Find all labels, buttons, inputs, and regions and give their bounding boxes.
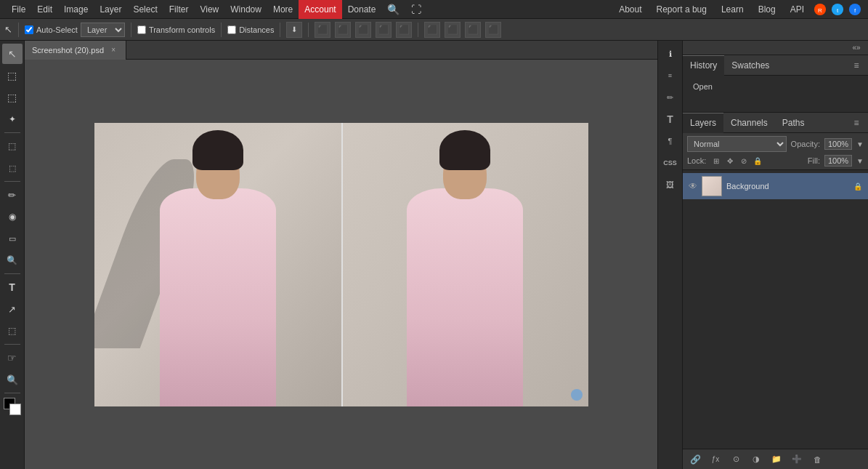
- crop-btn[interactable]: ⬚: [2, 136, 23, 156]
- magic-wand-btn[interactable]: ✦: [2, 109, 23, 129]
- menu-select[interactable]: Select: [127, 0, 163, 19]
- layers-menu-btn[interactable]: ≡: [848, 114, 865, 132]
- twitter-icon[interactable]: t: [830, 2, 845, 17]
- brush-panel-btn[interactable]: ✏: [660, 87, 681, 108]
- css-panel-btn[interactable]: CSS: [660, 153, 681, 173]
- link-layers-btn[interactable]: 🔗: [687, 452, 703, 468]
- menu-edit[interactable]: Edit: [31, 0, 58, 19]
- toolbar-separator-1: [18, 23, 19, 37]
- layers-tab[interactable]: Layers: [683, 113, 723, 133]
- rectangular-select-btn[interactable]: ⬚: [2, 65, 23, 86]
- fill-arrow[interactable]: ▼: [856, 157, 864, 165]
- eraser-btn[interactable]: ◉: [2, 207, 23, 227]
- type-panel-btn[interactable]: T: [660, 109, 681, 129]
- menu-fullscreen-icon[interactable]: ⛶: [405, 0, 427, 19]
- paths-tab[interactable]: Paths: [775, 113, 812, 133]
- history-menu-btn[interactable]: ≡: [848, 57, 865, 74]
- gradient-btn[interactable]: ▭: [2, 228, 23, 249]
- path-btn[interactable]: ↗: [2, 299, 23, 319]
- menu-blog[interactable]: Blog: [753, 0, 782, 19]
- collapse-panels-btn[interactable]: «»: [848, 39, 865, 57]
- history-item-open[interactable]: Open: [689, 80, 862, 93]
- layers-controls: Normal Dissolve Multiply Screen Overlay …: [683, 133, 868, 170]
- menu-account[interactable]: Account: [299, 0, 341, 19]
- lock-artboard-icon[interactable]: ⊘: [738, 155, 750, 167]
- align-left-btn[interactable]: ⬛: [315, 22, 330, 38]
- layer-visibility-btn[interactable]: 👁: [689, 181, 697, 191]
- shape-btn[interactable]: ⬚: [2, 321, 23, 341]
- transform-checkbox[interactable]: [137, 25, 146, 34]
- menu-view[interactable]: View: [194, 0, 224, 19]
- dodge-btn[interactable]: 🔍: [2, 250, 23, 270]
- layer-item-background[interactable]: 👁 Background 🔒: [683, 173, 868, 199]
- document-tab[interactable]: Screenshot (20).psd ×: [25, 41, 126, 60]
- auto-select-type[interactable]: Layer Group: [81, 23, 125, 37]
- blend-opacity-row: Normal Dissolve Multiply Screen Overlay …: [687, 136, 864, 152]
- menu-layer[interactable]: Layer: [94, 0, 127, 19]
- align-bottom-btn[interactable]: ⬛: [396, 22, 412, 38]
- distances-checkbox[interactable]: [227, 25, 236, 34]
- blend-mode-select[interactable]: Normal Dissolve Multiply Screen Overlay: [687, 136, 787, 152]
- align-center-btn[interactable]: ⬛: [335, 22, 351, 38]
- delete-layer-btn[interactable]: 🗑: [809, 452, 825, 468]
- menu-api[interactable]: API: [784, 0, 810, 19]
- menu-report-bug[interactable]: Report a bug: [651, 0, 713, 19]
- tool-sep-5: [4, 393, 20, 393]
- layer-effects-btn[interactable]: ƒx: [707, 452, 723, 468]
- opacity-value[interactable]: 100%: [824, 138, 852, 150]
- layer-mask-btn[interactable]: ⊙: [728, 452, 744, 468]
- opacity-arrow[interactable]: ▼: [856, 140, 864, 148]
- auto-select-checkbox[interactable]: [25, 25, 33, 34]
- canvas-content: [94, 123, 588, 406]
- lock-fill-row: Lock: ⊞ ✥ ⊘ 🔒 Fill: 100% ▼: [687, 155, 864, 167]
- main-layout: ↖ ⬚ ⬚ ✦ ⬚ ⬚ ✏ ◉ ▭ 🔍 T ↗ ⬚ ☞ 🔍 Screenshot…: [0, 41, 868, 469]
- align-right-btn[interactable]: ⬛: [355, 22, 371, 38]
- toolbar-separator-5: [308, 23, 309, 37]
- fill-value[interactable]: 100%: [824, 155, 852, 167]
- new-layer-btn[interactable]: ➕: [789, 452, 805, 468]
- menu-donate[interactable]: Donate: [342, 0, 382, 19]
- options-panel-btn[interactable]: ≡: [660, 65, 681, 86]
- hand-btn[interactable]: ☞: [2, 348, 23, 368]
- menu-image[interactable]: Image: [58, 0, 94, 19]
- menu-learn[interactable]: Learn: [715, 0, 750, 19]
- auto-select-option: Auto-Select Layer Group: [25, 23, 125, 37]
- history-panel: History Swatches ≡ Open: [683, 55, 868, 113]
- adjustment-layer-btn[interactable]: ◑: [748, 452, 764, 468]
- image-panel-btn[interactable]: 🖼: [660, 175, 681, 195]
- menu-filter[interactable]: Filter: [163, 0, 195, 19]
- type-btn[interactable]: T: [2, 277, 23, 297]
- info-panel-btn[interactable]: ℹ: [660, 44, 681, 64]
- lock-all-icon[interactable]: 🔒: [752, 155, 763, 167]
- brush-btn[interactable]: ✏: [2, 185, 23, 205]
- distribute-h-btn[interactable]: ⬛: [424, 22, 440, 38]
- menu-file[interactable]: File: [6, 0, 31, 19]
- menu-about[interactable]: About: [613, 0, 647, 19]
- menu-search-icon[interactable]: 🔍: [381, 0, 405, 19]
- zoom-btn[interactable]: 🔍: [2, 369, 23, 390]
- distances-label: Distances: [239, 25, 274, 34]
- canvas-viewport[interactable]: [25, 60, 657, 469]
- toolbar-separator-6: [418, 23, 418, 37]
- menu-window[interactable]: Window: [224, 0, 267, 19]
- color-swatches[interactable]: [2, 396, 23, 417]
- align-top-btn[interactable]: ⬛: [376, 22, 392, 38]
- reddit-icon[interactable]: R: [813, 2, 827, 17]
- distribute-extra-btn[interactable]: ⬛: [485, 22, 501, 38]
- menu-more[interactable]: More: [267, 0, 299, 19]
- distribute-v-btn[interactable]: ⬛: [445, 22, 461, 38]
- paragraph-panel-btn[interactable]: ¶: [660, 131, 681, 151]
- download-btn[interactable]: ⬇: [286, 22, 302, 38]
- channels-tab[interactable]: Channels: [723, 113, 775, 133]
- facebook-icon[interactable]: f: [848, 2, 862, 17]
- lasso-btn[interactable]: ⬚: [2, 87, 23, 108]
- new-group-btn[interactable]: 📁: [768, 452, 784, 468]
- lock-pixels-icon[interactable]: ⊞: [710, 155, 722, 167]
- swatches-tab[interactable]: Swatches: [724, 55, 776, 76]
- distribute-more-btn[interactable]: ⬛: [465, 22, 481, 38]
- history-tab[interactable]: History: [683, 55, 724, 76]
- patch-btn[interactable]: ⬚: [2, 158, 23, 178]
- lock-position-icon[interactable]: ✥: [724, 155, 736, 167]
- move-tool-btn[interactable]: ↖: [2, 44, 23, 64]
- tab-close-btn[interactable]: ×: [108, 45, 118, 55]
